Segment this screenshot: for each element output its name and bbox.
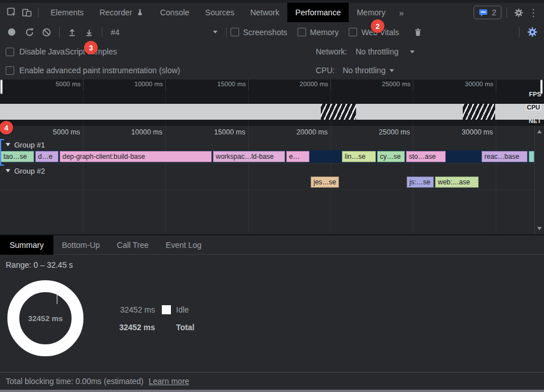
tab-console[interactable]: Console xyxy=(152,3,197,22)
flame-bar-jes-se[interactable]: jes…se xyxy=(311,176,339,188)
touch-badge-4: 4 xyxy=(0,121,13,134)
advanced-paint-option[interactable]: Enable advanced paint instrumentation (s… xyxy=(6,65,180,76)
disable-js-samples-label: Disable JavaScript samples xyxy=(19,47,117,56)
tab-label: Console xyxy=(160,8,189,17)
group2-header[interactable]: Group #2 xyxy=(6,166,45,175)
devtools-settings-gear-icon[interactable] xyxy=(511,5,526,20)
disable-js-samples-option[interactable]: Disable JavaScript samples xyxy=(6,46,117,57)
device-toolbar-icon[interactable] xyxy=(19,5,34,20)
chat-icon xyxy=(479,9,488,17)
flame-bar-cy-se[interactable]: cy…se xyxy=(377,151,405,162)
learn-more-link[interactable]: Learn more xyxy=(149,377,190,386)
legend-row-total: 32452 msTotal xyxy=(116,322,194,332)
trash-icon[interactable] xyxy=(411,26,425,39)
fps-lane-label: FPS xyxy=(529,91,541,98)
overview-tick-label: 15000 ms xyxy=(217,81,248,87)
record-button[interactable] xyxy=(8,28,15,36)
flame-bar-js-se[interactable]: js:…se xyxy=(407,176,434,188)
cpu-lane-label: CPU xyxy=(526,104,541,111)
group1-header[interactable]: Group #1 xyxy=(6,140,45,149)
tab-performance[interactable]: Performance xyxy=(287,3,349,22)
overview-tick-label: 10000 ms xyxy=(134,81,165,87)
window-bottom-strip xyxy=(0,390,544,392)
flame-scrollbar[interactable] xyxy=(534,126,544,234)
overview-tick-label: 25000 ms xyxy=(382,81,413,87)
flame-chart[interactable]: 5000 ms10000 ms15000 ms20000 ms25000 ms3… xyxy=(0,126,544,234)
tab-network[interactable]: Network xyxy=(242,3,287,22)
messages-counter-button[interactable]: 2 xyxy=(474,6,501,19)
overview-ruler-tick xyxy=(165,79,166,90)
donut-center-label: 32452 ms xyxy=(7,280,83,356)
flame-bar-tao-se[interactable]: tao…se xyxy=(1,151,34,162)
tab-label: Memory xyxy=(357,8,386,17)
tab-memory[interactable]: Memory xyxy=(349,3,394,22)
scroll-up-icon[interactable] xyxy=(537,130,542,133)
flame-bar-e-[interactable]: e… xyxy=(286,151,309,162)
divider xyxy=(226,27,227,37)
tab-label: Network xyxy=(250,8,279,17)
touch-badge-2: 2 xyxy=(371,19,384,33)
scroll-down-icon[interactable] xyxy=(537,227,542,230)
flame-bar-sto-ase[interactable]: sto…ase xyxy=(406,151,446,162)
cpu-throttling-select[interactable]: CPU: No throttling xyxy=(316,65,394,76)
checkbox-box[interactable] xyxy=(349,28,357,36)
selected-track-bracket xyxy=(0,139,4,166)
touch-badge-3: 3 xyxy=(84,41,98,54)
flame-bar-reac-base[interactable]: reac…base xyxy=(482,151,528,162)
disable-js-samples-checkbox[interactable] xyxy=(6,48,14,56)
details-tab-bar: SummaryBottom-UpCall TreeEvent Log xyxy=(0,235,544,255)
tab-recorder[interactable]: Recorder xyxy=(91,3,152,22)
chevron-down-icon xyxy=(410,50,415,53)
overview-cpu-activity xyxy=(0,104,544,120)
tab-bottom-up[interactable]: Bottom-Up xyxy=(53,235,108,255)
clear-recording-icon[interactable] xyxy=(39,26,54,39)
flame-gridline xyxy=(496,126,496,234)
flame-bar-lin-se[interactable]: lin…se xyxy=(342,151,376,162)
flame-gridline xyxy=(248,126,249,234)
load-profile-icon[interactable] xyxy=(65,26,79,39)
tab-sources[interactable]: Sources xyxy=(197,3,242,22)
inspect-element-icon[interactable] xyxy=(5,5,19,20)
capture-settings-gear-icon[interactable] xyxy=(525,26,539,39)
flame-bar-web-ase[interactable]: web:…ase xyxy=(435,176,479,188)
legend-row-idle: 32452 msIdle xyxy=(116,305,189,315)
history-selected-label: #4 xyxy=(111,28,120,37)
history-dropdown[interactable]: #4 xyxy=(106,26,222,39)
checkbox-box[interactable] xyxy=(231,28,239,36)
flame-bar[interactable] xyxy=(529,151,534,162)
flame-bar-workspac-ld-base[interactable]: workspac…ld-base xyxy=(213,151,285,162)
overview-tick-label: 30000 ms xyxy=(465,81,496,87)
flame-bar-dep-graph-client-build-base[interactable]: dep-graph-client:build-base xyxy=(60,151,212,162)
reload-and-record-icon[interactable] xyxy=(22,26,37,39)
checkbox-box[interactable] xyxy=(298,28,306,36)
divider xyxy=(507,7,507,18)
overview-left-grip[interactable] xyxy=(0,79,3,94)
tab-event-log[interactable]: Event Log xyxy=(157,235,210,255)
checkbox-memory[interactable]: Memory xyxy=(298,28,339,37)
overview-ruler-tick xyxy=(83,79,83,90)
cpu-hatch-region xyxy=(463,104,495,120)
tab-summary[interactable]: Summary xyxy=(0,235,53,255)
network-throttling-select[interactable]: Network: No throttling xyxy=(316,46,415,57)
overview-ruler-tick xyxy=(248,79,249,90)
group1-label: Group #1 xyxy=(14,141,45,149)
advanced-paint-checkbox[interactable] xyxy=(6,66,14,75)
chevron-down-icon xyxy=(390,69,394,72)
tab-call-tree[interactable]: Call Tree xyxy=(108,235,157,255)
timeline-overview[interactable]: 5000 ms10000 ms15000 ms20000 ms25000 ms3… xyxy=(0,79,544,127)
network-label: Network: xyxy=(316,47,347,56)
flask-icon xyxy=(136,9,144,17)
track-separator xyxy=(0,189,534,190)
save-profile-icon[interactable] xyxy=(82,26,97,39)
flame-bar-d-e[interactable]: d…e xyxy=(35,151,58,162)
legend-value: 32452 ms xyxy=(116,305,155,314)
network-value: No throttling xyxy=(355,47,398,56)
checkbox-screenshots[interactable]: Screenshots xyxy=(231,28,287,37)
cpu-label: CPU: xyxy=(316,66,334,75)
flame-gridline xyxy=(165,126,166,234)
panel-tabs: ElementsRecorderConsoleSourcesNetworkPer… xyxy=(43,3,394,22)
overview-right-grip[interactable] xyxy=(540,79,543,94)
kebab-menu-icon[interactable]: ⋮ xyxy=(526,5,541,20)
more-tabs-button[interactable]: » xyxy=(394,8,409,18)
tab-elements[interactable]: Elements xyxy=(43,3,91,22)
